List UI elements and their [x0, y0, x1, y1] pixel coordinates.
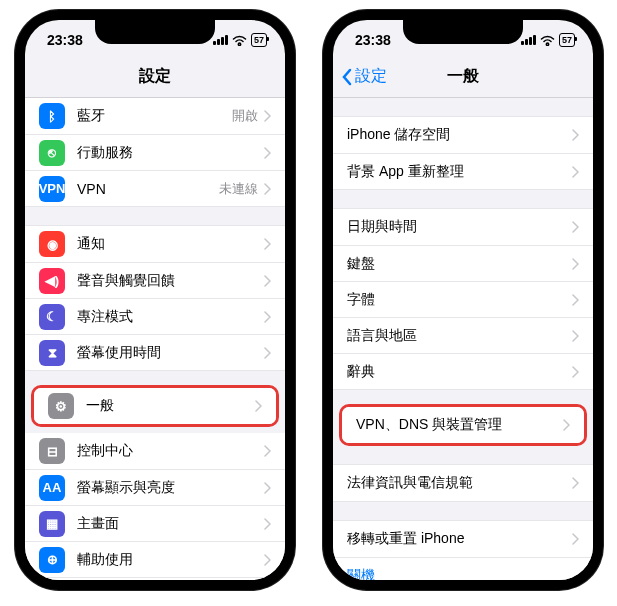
- row-shutdown[interactable]: 關機: [333, 557, 593, 580]
- row-screentime[interactable]: ⧗ 螢幕使用時間: [25, 334, 285, 370]
- row-home-screen[interactable]: ▦ 主畫面: [25, 505, 285, 541]
- highlight-general: ⚙︎ 一般: [31, 385, 279, 427]
- chevron-right-icon: [264, 482, 271, 494]
- chevron-right-icon: [264, 238, 271, 250]
- notch: [403, 20, 523, 44]
- chevron-right-icon: [264, 554, 271, 566]
- chevron-right-icon: [264, 347, 271, 359]
- row-iphone-storage[interactable]: iPhone 儲存空間: [333, 117, 593, 153]
- chevron-right-icon: [572, 477, 579, 489]
- battery-icon: 57: [559, 33, 575, 47]
- chevron-right-icon: [264, 183, 271, 195]
- chevron-right-icon: [264, 275, 271, 287]
- row-wallpaper[interactable]: ✿ 背景圖片: [25, 577, 285, 580]
- sounds-icon: ◀︎): [39, 268, 65, 294]
- wifi-icon: [232, 35, 247, 46]
- clock: 23:38: [47, 32, 83, 48]
- chevron-right-icon: [264, 147, 271, 159]
- cellular-icon: ⎋: [39, 140, 65, 166]
- chevron-right-icon: [572, 166, 579, 178]
- chevron-right-icon: [264, 311, 271, 323]
- chevron-right-icon: [563, 419, 570, 431]
- signal-icon: [521, 35, 536, 45]
- wifi-icon: [540, 35, 555, 46]
- row-cellular[interactable]: ⎋ 行動服務: [25, 134, 285, 170]
- nav-header: 設定: [25, 60, 285, 98]
- row-keyboard[interactable]: 鍵盤: [333, 245, 593, 281]
- notifications-icon: ◉: [39, 231, 65, 257]
- row-vpn[interactable]: VPN VPN 未連線: [25, 170, 285, 206]
- row-focus[interactable]: ☾ 專注模式: [25, 298, 285, 334]
- row-bluetooth[interactable]: ᛒ 藍牙 開啟: [25, 98, 285, 134]
- nav-header: 設定 一般: [333, 60, 593, 98]
- signal-icon: [213, 35, 228, 45]
- home-screen-icon: ▦: [39, 511, 65, 537]
- screentime-icon: ⧗: [39, 340, 65, 366]
- gear-icon: ⚙︎: [48, 393, 74, 419]
- row-legal[interactable]: 法律資訊與電信規範: [333, 465, 593, 501]
- row-background-refresh[interactable]: 背景 App 重新整理: [333, 153, 593, 189]
- row-date-time[interactable]: 日期與時間: [333, 209, 593, 245]
- row-sounds[interactable]: ◀︎) 聲音與觸覺回饋: [25, 262, 285, 298]
- row-notifications[interactable]: ◉ 通知: [25, 226, 285, 262]
- chevron-right-icon: [255, 400, 262, 412]
- row-vpn-device-management[interactable]: VPN、DNS 與裝置管理: [342, 407, 584, 443]
- chevron-right-icon: [572, 258, 579, 270]
- row-dictionary[interactable]: 辭典: [333, 353, 593, 389]
- vpn-icon: VPN: [39, 176, 65, 202]
- general-list[interactable]: iPhone 儲存空間 背景 App 重新整理 日期與時間 鍵盤 字體 語言與地…: [333, 98, 593, 580]
- notch: [95, 20, 215, 44]
- row-display[interactable]: AA 螢幕顯示與亮度: [25, 469, 285, 505]
- focus-icon: ☾: [39, 304, 65, 330]
- settings-list[interactable]: ᛒ 藍牙 開啟 ⎋ 行動服務 VPN VPN 未連線 ◉ 通知: [25, 98, 285, 580]
- chevron-right-icon: [264, 518, 271, 530]
- page-title: 一般: [447, 66, 479, 87]
- chevron-right-icon: [572, 294, 579, 306]
- chevron-right-icon: [572, 129, 579, 141]
- row-control-center[interactable]: ⊟ 控制中心: [25, 433, 285, 469]
- row-fonts[interactable]: 字體: [333, 281, 593, 317]
- back-button[interactable]: 設定: [341, 66, 387, 87]
- chevron-right-icon: [264, 445, 271, 457]
- chevron-right-icon: [572, 366, 579, 378]
- page-title: 設定: [139, 66, 171, 87]
- row-accessibility[interactable]: ⊕ 輔助使用: [25, 541, 285, 577]
- control-center-icon: ⊟: [39, 438, 65, 464]
- chevron-right-icon: [572, 330, 579, 342]
- phone-settings-root: 23:38 57 設定 ᛒ 藍牙 開啟 ⎋ 行動服務 VPN: [15, 10, 295, 590]
- chevron-right-icon: [572, 533, 579, 545]
- battery-icon: 57: [251, 33, 267, 47]
- row-language-region[interactable]: 語言與地區: [333, 317, 593, 353]
- chevron-left-icon: [341, 68, 353, 86]
- row-transfer-reset[interactable]: 移轉或重置 iPhone: [333, 521, 593, 557]
- chevron-right-icon: [264, 110, 271, 122]
- accessibility-icon: ⊕: [39, 547, 65, 573]
- phone-general: 23:38 57 設定 一般 iPhone 儲存空間 背景 App 重新整理: [323, 10, 603, 590]
- row-general[interactable]: ⚙︎ 一般: [34, 388, 276, 424]
- chevron-right-icon: [572, 221, 579, 233]
- display-icon: AA: [39, 475, 65, 501]
- clock: 23:38: [355, 32, 391, 48]
- highlight-vpn-management: VPN、DNS 與裝置管理: [339, 404, 587, 446]
- bluetooth-icon: ᛒ: [39, 103, 65, 129]
